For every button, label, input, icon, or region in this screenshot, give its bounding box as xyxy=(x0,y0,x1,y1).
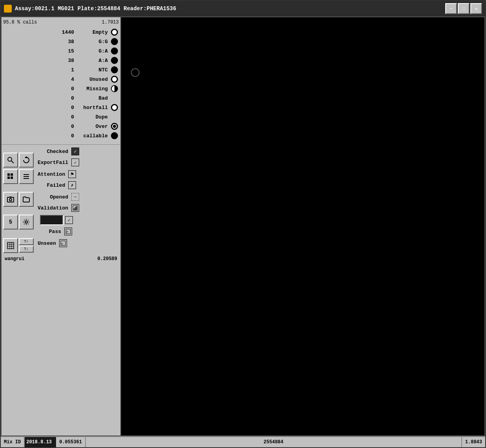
legend-section: 1440 Empty 38 G:G 15 G:A xyxy=(2,26,120,142)
icon-hortfall[interactable] xyxy=(110,103,119,112)
icon-ga[interactable] xyxy=(110,47,119,55)
filter-icon-attention[interactable]: ⚑ xyxy=(67,169,77,179)
icon-over[interactable] xyxy=(110,122,119,131)
window-controls: — □ ✕ xyxy=(445,3,482,14)
tool-buttons-left xyxy=(3,153,34,168)
app-icon xyxy=(4,5,12,13)
legend-row-aa: 38 A:A xyxy=(2,56,120,65)
main-canvas xyxy=(121,17,484,435)
count-ga: 15 xyxy=(62,48,74,54)
status-bar: Mix ID 2018.8.13 0.055361 2554884 1.8843 xyxy=(1,436,485,447)
svg-rect-16 xyxy=(76,206,77,210)
svg-rect-10 xyxy=(7,197,14,202)
filter-rows-5: Unseen U xyxy=(36,238,69,253)
filter-icon-opened[interactable]: ⋯ xyxy=(71,192,80,202)
search-tool-button[interactable] xyxy=(3,153,18,168)
count-aa: 38 xyxy=(62,58,74,64)
sort-up-button[interactable]: ?↑ xyxy=(19,238,34,245)
threshold-value: 1.7013 xyxy=(102,20,119,25)
dark-button-row: ✓ xyxy=(40,215,73,225)
grid-tool-button[interactable] xyxy=(3,169,18,184)
sort-down-button[interactable]: ?↓ xyxy=(19,246,34,253)
filter-rows-4: ✓ Pass P xyxy=(36,215,74,237)
label-over: Over xyxy=(76,124,108,129)
main-window: Assay:0021.1 MG021 Plate:2554884 Reader:… xyxy=(0,0,486,448)
label-hortfall: hortfall xyxy=(76,105,108,111)
filters-section: Checked ✓ ExportFail xyxy=(2,144,120,255)
tools-row-4: 5 xyxy=(2,214,120,237)
icon-empty[interactable] xyxy=(110,28,119,36)
filter-row-unseen: Unseen U xyxy=(36,238,69,248)
filter-row-dark: ✓ xyxy=(36,215,74,226)
folder-tool-button[interactable] xyxy=(19,192,34,207)
svg-rect-20 xyxy=(7,242,14,249)
rotate-tool-button[interactable] xyxy=(19,153,34,168)
table-tool-button[interactable] xyxy=(3,238,18,253)
icon-dupe xyxy=(110,113,119,121)
label-ga: G:A xyxy=(76,48,108,54)
svg-text:P: P xyxy=(66,230,68,234)
count-callable: 0 xyxy=(62,133,74,139)
mix-id-value: 2018.8.13 xyxy=(25,437,56,447)
user-label: wangrui xyxy=(5,256,24,262)
svg-text:U: U xyxy=(61,242,63,246)
pct-calls: 95.8 % calls xyxy=(3,20,37,25)
tools-row: Checked ✓ ExportFail xyxy=(2,146,120,168)
filter-icon-unseen[interactable]: U xyxy=(58,239,68,248)
svg-rect-15 xyxy=(75,207,76,210)
legend-row-gg: 38 G:G xyxy=(2,37,120,46)
filter-row-exportfail: ExportFail ✓ xyxy=(36,157,82,168)
icon-missing[interactable] xyxy=(110,84,119,93)
icon-unused[interactable] xyxy=(110,75,119,84)
filter-icon-exportfail[interactable]: ✓ xyxy=(71,158,80,167)
svg-rect-4 xyxy=(11,173,13,176)
filter-rows: Checked ✓ ExportFail xyxy=(36,146,82,168)
restore-button[interactable]: □ xyxy=(458,3,470,14)
svg-rect-6 xyxy=(11,177,13,179)
icon-gg[interactable] xyxy=(110,37,119,46)
tools-row-2: Attention ⚑ Failed xyxy=(2,168,120,191)
legend-header: 95.8 % calls 1.7013 xyxy=(2,19,120,26)
filter-row-pass: Pass P xyxy=(36,226,74,237)
icon-callable[interactable] xyxy=(110,131,119,140)
label-gg: G:G xyxy=(76,39,108,45)
svg-rect-12 xyxy=(9,197,12,198)
count-unused: 4 xyxy=(62,76,74,82)
legend-row-unused: 4 Unused xyxy=(2,75,120,84)
gear-tool-button[interactable] xyxy=(19,215,34,229)
legend-row-callable: 0 callable xyxy=(2,131,120,140)
bottom-status: wangrui 0.20589 xyxy=(2,255,120,263)
filter-rows-3: Opened ⋯ Validation xyxy=(36,192,82,213)
filter-icon-checked[interactable]: ✓ xyxy=(71,147,80,156)
label-missing: Missing xyxy=(76,86,108,92)
label-bad: Bad xyxy=(76,95,108,101)
count-empty: 1440 xyxy=(62,29,74,35)
legend-row-over: 0 Over xyxy=(2,122,120,131)
back5-tool-button[interactable]: 5 xyxy=(3,215,18,229)
list-tool-button[interactable] xyxy=(19,169,34,184)
checkmark-filter-button[interactable]: ✓ xyxy=(65,216,73,224)
svg-point-0 xyxy=(8,157,12,161)
icon-aa[interactable] xyxy=(110,56,119,65)
count-missing: 0 xyxy=(62,86,74,92)
legend-row-missing: 0 Missing xyxy=(2,84,120,93)
close-button[interactable]: ✕ xyxy=(470,3,482,14)
filter-label-exportfail: ExportFail xyxy=(38,160,68,166)
tools-row-3: Opened ⋯ Validation xyxy=(2,191,120,214)
content-area: 95.8 % calls 1.7013 1440 Empty 38 G:G xyxy=(1,16,485,436)
dark-filter-button[interactable] xyxy=(40,215,63,225)
label-empty: Empty xyxy=(76,29,108,35)
window-title: Assay:0021.1 MG021 Plate:2554884 Reader:… xyxy=(15,5,176,12)
minimize-button[interactable]: — xyxy=(445,3,457,14)
legend-row-hortfall: 0 hortfall xyxy=(2,103,120,112)
icon-ntc[interactable] xyxy=(110,66,119,74)
filter-icon-pass[interactable]: P xyxy=(63,227,73,236)
filter-rows-2: Attention ⚑ Failed xyxy=(36,169,78,190)
tools-row-5: ?↑ ?↓ Unseen U xyxy=(2,237,120,254)
camera-tool-button[interactable] xyxy=(3,192,18,207)
count-over: 0 xyxy=(62,124,74,129)
legend-row-empty: 1440 Empty xyxy=(2,27,120,37)
count-bad: 0 xyxy=(62,95,74,101)
filter-icon-failed[interactable]: ✗ xyxy=(67,180,77,190)
filter-icon-validation[interactable] xyxy=(71,203,80,213)
